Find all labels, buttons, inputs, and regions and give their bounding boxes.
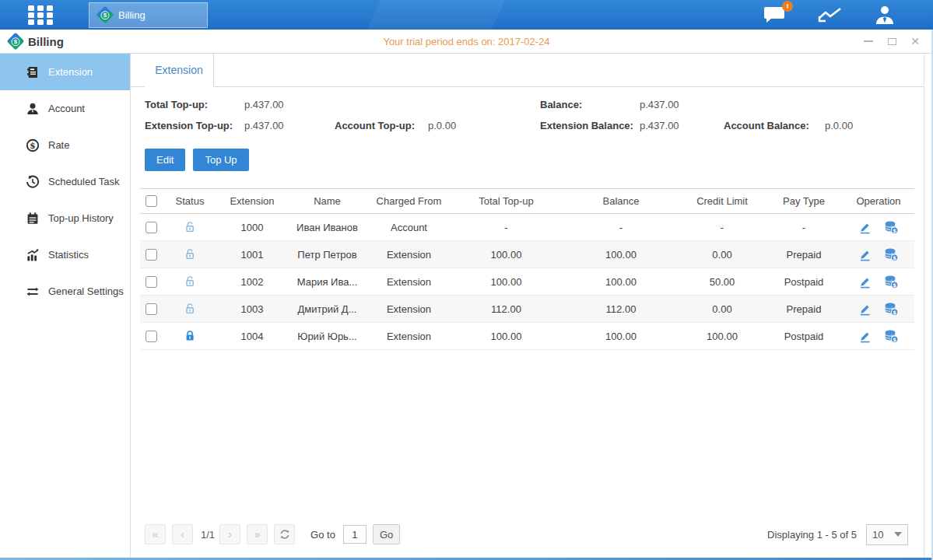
go-button[interactable]: Go <box>373 524 400 544</box>
edit-pencil-icon[interactable] <box>858 303 872 316</box>
top-up-coins-icon[interactable]: $ <box>884 330 899 343</box>
edit-pencil-icon[interactable] <box>858 275 872 289</box>
cell-credit-limit: 100.00 <box>679 331 765 342</box>
billing-app-icon: $ <box>96 6 114 24</box>
tab-strip: Extension <box>131 54 924 87</box>
cell-extension: 1002 <box>218 276 286 288</box>
cell-pay-type: Postpaid <box>765 276 843 288</box>
sidebar-item-icon <box>26 175 40 189</box>
col-balance: Balance <box>563 195 679 207</box>
sidebar-item-general-settings[interactable]: General Settings <box>0 273 130 310</box>
cell-total-topup: 100.00 <box>450 331 563 342</box>
first-page-button[interactable]: « <box>145 524 166 544</box>
page-size-select[interactable]: 10 <box>866 524 908 545</box>
row-checkbox[interactable] <box>146 276 157 288</box>
sidebar-item-label: General Settings <box>48 285 124 297</box>
sidebar-item-rate[interactable]: $ Rate <box>0 127 130 163</box>
minimize-button[interactable] <box>863 36 874 47</box>
lock-status-icon <box>184 248 196 261</box>
cell-charged-from: Extension <box>368 303 450 315</box>
account-topup-label: Account Top-up: <box>335 120 428 131</box>
refresh-button[interactable] <box>274 524 295 544</box>
maximize-button[interactable] <box>886 36 897 47</box>
cell-total-topup: 100.00 <box>450 276 563 288</box>
notification-badge: ! <box>782 1 793 12</box>
close-button[interactable]: ✕ <box>910 36 921 47</box>
svg-text:$: $ <box>893 227 896 233</box>
table-row: 1001 Петр Петров Extension 100.00 100.00… <box>140 241 914 268</box>
main-content: Extension Total Top-up: p.437.00 Balance… <box>131 54 924 558</box>
edit-pencil-icon[interactable] <box>858 330 872 343</box>
edit-pencil-icon[interactable] <box>858 221 872 234</box>
sidebar-item-statistics[interactable]: Statistics <box>0 236 130 273</box>
tab-extension[interactable]: Extension <box>145 54 214 87</box>
top-up-button[interactable]: Top Up <box>193 149 248 171</box>
sidebar-item-icon <box>26 248 40 262</box>
window-title-text: Billing <box>28 35 64 48</box>
cell-balance: 112.00 <box>563 303 679 315</box>
displaying-text: Displaying 1 - 5 of 5 <box>767 529 857 541</box>
sidebar-item-account[interactable]: Account <box>0 90 130 127</box>
account-balance-value: p.0.00 <box>825 120 924 131</box>
row-checkbox[interactable] <box>146 222 157 233</box>
notifications-icon[interactable]: ! <box>763 5 787 24</box>
sidebar-item-extension[interactable]: Extension <box>0 54 130 90</box>
page-size-value: 10 <box>872 529 883 541</box>
top-up-coins-icon[interactable]: $ <box>884 303 899 316</box>
window-titlebar: $ Billing Your trial period ends on: 201… <box>0 30 933 54</box>
top-up-coins-icon[interactable]: $ <box>884 248 899 261</box>
cell-extension: 1004 <box>218 331 286 342</box>
table-row: 1002 Мария Ива... Extension 100.00 100.0… <box>140 268 914 296</box>
cell-balance: 100.00 <box>563 276 679 288</box>
sidebar-item-topup-history[interactable]: Top-up History <box>0 200 130 236</box>
lock-status-icon <box>184 330 196 342</box>
pagination-bar: « ‹ 1/1 › » Go to Go Displaying 1 - 5 of… <box>131 517 924 558</box>
prev-page-button[interactable]: ‹ <box>172 524 193 544</box>
trial-notice: Your trial period ends on: 2017-02-24 <box>0 36 933 47</box>
balance-label: Balance: <box>540 99 640 110</box>
cell-total-topup: - <box>450 222 563 233</box>
sidebar: Extension Account $ Rate Scheduled Task … <box>0 54 131 558</box>
next-page-button[interactable]: › <box>219 524 240 544</box>
select-all-checkbox[interactable] <box>146 195 157 207</box>
sidebar-item-label: Top-up History <box>48 212 114 224</box>
balance-summary: Total Top-up: p.437.00 Balance: p.437.00… <box>131 87 924 131</box>
apps-grid-icon[interactable] <box>25 5 56 25</box>
col-pay-type: Pay Type <box>765 195 843 207</box>
edit-pencil-icon[interactable] <box>858 248 872 261</box>
svg-text:$: $ <box>30 140 35 149</box>
cell-name: Юрий Юрь... <box>286 331 368 342</box>
cell-balance: 100.00 <box>563 249 679 261</box>
sidebar-item-icon <box>26 285 40 299</box>
extension-table: Status Extension Name Charged From Total… <box>140 188 914 350</box>
user-account-icon[interactable] <box>874 5 896 25</box>
sidebar-item-icon: $ <box>26 138 40 152</box>
svg-text:$: $ <box>893 336 896 342</box>
svg-text:$: $ <box>893 309 896 315</box>
top-up-coins-icon[interactable]: $ <box>884 221 899 234</box>
row-checkbox[interactable] <box>146 303 157 315</box>
account-balance-label: Account Balance: <box>724 120 825 131</box>
goto-label: Go to <box>310 529 335 541</box>
row-checkbox[interactable] <box>146 249 157 261</box>
taskbar-tab-billing[interactable]: $ Billing <box>89 2 208 28</box>
cell-credit-limit: 0.00 <box>679 249 765 261</box>
last-page-button[interactable]: » <box>247 524 268 544</box>
cell-charged-from: Account <box>368 222 450 233</box>
cell-balance: - <box>563 222 679 233</box>
row-checkbox[interactable] <box>146 331 157 342</box>
goto-page-input[interactable] <box>343 525 367 544</box>
col-credit-limit: Credit Limit <box>679 195 765 207</box>
sidebar-item-label: Statistics <box>48 249 89 261</box>
sidebar-item-icon <box>26 102 40 116</box>
page-indicator: 1/1 <box>201 529 215 541</box>
edit-button[interactable]: Edit <box>145 149 185 171</box>
top-up-coins-icon[interactable]: $ <box>884 275 899 289</box>
reports-chart-icon[interactable] <box>818 5 843 24</box>
window-title: $ Billing <box>9 35 64 48</box>
extension-balance-value: p.437.00 <box>640 120 724 131</box>
sidebar-item-scheduled-task[interactable]: Scheduled Task <box>0 163 130 200</box>
chevron-down-icon <box>894 532 902 537</box>
svg-text:$: $ <box>893 282 896 288</box>
cell-pay-type: Prepaid <box>765 249 843 261</box>
